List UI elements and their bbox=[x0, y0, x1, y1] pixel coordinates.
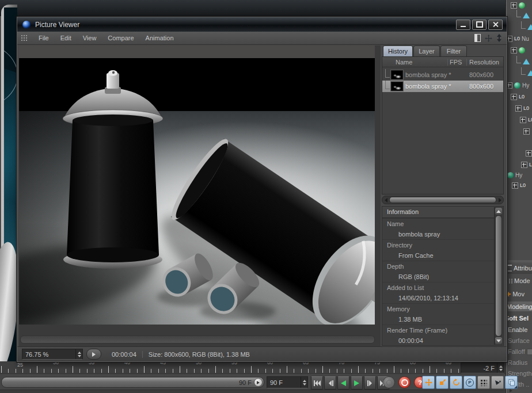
menu-file[interactable]: File bbox=[33, 35, 55, 41]
goto-start-icon bbox=[313, 380, 321, 386]
coordinates-tool-button[interactable]: P bbox=[463, 376, 476, 389]
column-name[interactable]: Name bbox=[382, 59, 447, 66]
close-button[interactable] bbox=[488, 20, 503, 30]
cone-object-icon bbox=[527, 24, 532, 30]
snap-grid-button[interactable] bbox=[477, 376, 490, 389]
record-button[interactable] bbox=[398, 376, 411, 388]
menu-animation[interactable]: Animation bbox=[140, 35, 180, 41]
frame-offset-field[interactable]: -2 F bbox=[461, 363, 504, 373]
tab-filter-label: Filter bbox=[447, 48, 461, 55]
expand-icon[interactable] bbox=[511, 2, 517, 9]
tree-row[interactable]: L0Nu bbox=[506, 35, 529, 43]
column-resolution[interactable]: Resolution bbox=[466, 59, 503, 66]
tree-row[interactable] bbox=[521, 23, 532, 31]
maximize-button[interactable] bbox=[472, 20, 487, 30]
expand-icon[interactable] bbox=[511, 94, 517, 100]
expand-icon[interactable] bbox=[523, 128, 530, 135]
rotate-tool-button[interactable] bbox=[450, 376, 462, 389]
background-viewport-window bbox=[0, 0, 17, 393]
scroll-left-arrow[interactable] bbox=[382, 198, 389, 203]
attr-field-enable[interactable]: Enable bbox=[506, 325, 532, 335]
history-list-header[interactable]: Name FPS Resolution bbox=[382, 57, 503, 67]
expand-icon[interactable] bbox=[512, 182, 518, 189]
scrollbar-thumb[interactable] bbox=[389, 197, 496, 203]
scroll-up-arrow[interactable] bbox=[495, 208, 502, 215]
app-sphere-icon bbox=[22, 21, 31, 29]
scroll-right-arrow[interactable] bbox=[496, 198, 503, 203]
next-frame-button[interactable] bbox=[364, 376, 376, 390]
tree-row[interactable]: L0 bbox=[511, 93, 526, 101]
play-icon bbox=[92, 352, 96, 357]
tree-row[interactable]: L0 bbox=[515, 104, 531, 112]
column-fps[interactable]: FPS bbox=[447, 59, 466, 66]
tab-history[interactable]: History bbox=[383, 45, 413, 57]
menu-edit[interactable]: Edit bbox=[55, 35, 77, 41]
status-play-button[interactable] bbox=[86, 349, 101, 360]
tree-row[interactable] bbox=[511, 46, 527, 54]
menu-compare[interactable]: Compare bbox=[102, 35, 139, 41]
tree-row[interactable] bbox=[516, 58, 531, 66]
history-row-selected[interactable]: bombola spray * 800x600 bbox=[382, 81, 503, 92]
pan-icon[interactable] bbox=[485, 35, 492, 42]
stepper[interactable] bbox=[497, 363, 504, 373]
tree-row[interactable] bbox=[523, 127, 531, 135]
stepper[interactable] bbox=[301, 377, 307, 388]
mode-menu[interactable]: Mode bbox=[506, 275, 532, 287]
play-backward-button[interactable] bbox=[337, 376, 349, 390]
tree-row[interactable] bbox=[526, 149, 532, 157]
attr-label: Falloff bbox=[508, 348, 525, 355]
menu-view[interactable]: View bbox=[77, 35, 102, 41]
scrollbar-thumb[interactable] bbox=[495, 215, 502, 337]
timeline-ruler[interactable]: 25 30 35 40 45 50 55 60 65 70 75 80 85 bbox=[0, 361, 506, 374]
tree-row[interactable]: L0 bbox=[512, 181, 527, 189]
tree-row[interactable] bbox=[516, 12, 531, 20]
scale-icon bbox=[439, 379, 446, 386]
scroll-down-arrow[interactable] bbox=[495, 337, 502, 344]
stepper[interactable] bbox=[75, 349, 82, 359]
expand-icon[interactable] bbox=[526, 150, 532, 157]
move-tool-button[interactable] bbox=[422, 376, 435, 389]
tab-layer[interactable]: Layer bbox=[413, 45, 440, 57]
tree-row[interactable]: Hy bbox=[506, 81, 529, 89]
soft-selection-section[interactable]: Soft Sel bbox=[506, 313, 532, 323]
tab-filter[interactable]: Filter bbox=[440, 45, 467, 57]
timeline-power-slider[interactable]: 90 F bbox=[1, 377, 264, 388]
current-frame-field[interactable]: 90 F bbox=[267, 376, 308, 388]
attributes-tab[interactable]: Attribu bbox=[506, 262, 532, 274]
tree-row[interactable]: Hy bbox=[507, 171, 522, 179]
info-label: Render Time (Frame) bbox=[382, 325, 495, 335]
expand-icon[interactable] bbox=[521, 162, 527, 168]
play-forward-button[interactable] bbox=[351, 376, 363, 390]
attr-label: Radius bbox=[508, 359, 527, 366]
layout-column-icon[interactable] bbox=[474, 34, 481, 42]
info-vertical-scrollbar[interactable] bbox=[494, 207, 503, 345]
render-resolution: 800x600 bbox=[467, 83, 503, 90]
tree-row[interactable] bbox=[511, 1, 527, 9]
zoom-level-field[interactable]: 76.75 % bbox=[22, 349, 83, 360]
tree-row[interactable]: C bbox=[521, 69, 532, 77]
expand-icon[interactable] bbox=[511, 47, 517, 54]
tree-row[interactable]: L0 bbox=[521, 161, 532, 169]
tree-connector bbox=[385, 69, 390, 78]
move-tool-row[interactable]: +Mov bbox=[506, 288, 532, 300]
power-slider-button[interactable] bbox=[254, 378, 263, 387]
tree-row[interactable]: L0 bbox=[520, 116, 532, 124]
scale-tool-button[interactable] bbox=[436, 376, 449, 389]
goto-start-button[interactable] bbox=[311, 376, 323, 390]
null-object-icon: L0 bbox=[523, 105, 529, 111]
canvas-horizontal-scrollbar[interactable] bbox=[20, 335, 375, 344]
modeling-dropdown[interactable]: Modeling bbox=[506, 302, 532, 311]
prev-frame-button[interactable] bbox=[324, 376, 336, 390]
attr-label: Enable bbox=[508, 326, 527, 333]
layers-pages-button[interactable] bbox=[505, 376, 518, 389]
history-horizontal-scrollbar[interactable] bbox=[382, 196, 504, 204]
minimize-button[interactable] bbox=[456, 20, 470, 30]
updown-resize-icon[interactable] bbox=[496, 34, 502, 42]
key-light-button[interactable] bbox=[491, 376, 504, 389]
picture-viewer-window: Picture Viewer File Edit View Compare An… bbox=[16, 16, 508, 363]
history-row[interactable]: bombola spray * 800x600 bbox=[382, 69, 503, 81]
menu-grip-icon[interactable] bbox=[21, 35, 28, 41]
expand-icon[interactable] bbox=[520, 117, 526, 123]
titlebar[interactable]: Picture Viewer bbox=[17, 17, 507, 32]
expand-icon[interactable] bbox=[515, 105, 522, 112]
